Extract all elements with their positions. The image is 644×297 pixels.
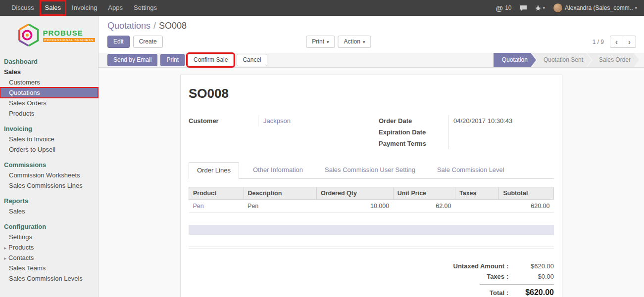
chevron-right-icon: ▸ (4, 255, 6, 261)
logo-title: PROBUSE (43, 29, 95, 37)
tab-sales-commission-user-setting[interactable]: Sales Commission User Setting (317, 162, 423, 179)
at-icon: @ (496, 4, 503, 12)
order-line-row[interactable]: Pen Pen 10.000 62.00 620.00 (189, 200, 554, 213)
cancel-button[interactable]: Cancel (237, 54, 267, 66)
form-sheet: SO008 Customer Jackpson Order Date 04/20… (180, 75, 562, 297)
confirm-sale-button[interactable]: Confirm Sale (188, 54, 234, 66)
avatar (553, 3, 563, 13)
sidebar-menu: Dashboard Sales Customers Quotations Sal… (0, 56, 98, 284)
send-by-email-button[interactable]: Send by Email (107, 54, 157, 66)
col-subtotal: Subtotal (499, 187, 554, 200)
sidebar-item-label: Contacts (8, 254, 34, 261)
cell-subtotal: 620.00 (499, 200, 554, 213)
chevron-down-icon: ▾ (635, 5, 637, 10)
tab-order-lines[interactable]: Order Lines (189, 162, 239, 179)
empty-line-strip (189, 225, 554, 235)
pager: 1 / 9 ‹ › (593, 36, 636, 48)
sidebar-item-sales-commission-levels[interactable]: Sales Commission Levels (0, 273, 98, 284)
cell-description: Pen (244, 200, 316, 213)
breadcrumb-separator: / (153, 21, 156, 31)
action-dropdown-label: Action (344, 38, 360, 45)
sidebar-item-commission-worksheets[interactable]: Commission Worksheets (0, 170, 98, 180)
menu-header-commissions[interactable]: Commissions (0, 160, 98, 170)
breadcrumb-current: SO008 (159, 21, 187, 31)
menu-header-reports[interactable]: Reports (0, 196, 98, 206)
sidebar-item-quotations[interactable]: Quotations (0, 87, 98, 98)
field-group: Customer Jackpson Order Date 04/20/2017 … (189, 115, 554, 149)
sidebar-item-sales-orders[interactable]: Sales Orders (0, 98, 98, 108)
sidebar-item-products[interactable]: Products (0, 108, 98, 119)
print-button[interactable]: Print (160, 54, 185, 66)
app-discuss[interactable]: Discuss (6, 0, 40, 16)
expiration-date-value (448, 127, 554, 138)
pager-prev-button[interactable]: ‹ (610, 36, 623, 48)
customer-value[interactable]: Jackpson (258, 115, 364, 127)
status-quotation-sent[interactable]: Quotation Sent (532, 53, 592, 67)
sidebar-item-sales-commissions-lines[interactable]: Sales Commissions Lines (0, 180, 98, 191)
bug-menu-button[interactable]: ▾ (535, 5, 545, 11)
sidebar-item-sales-report[interactable]: Sales (0, 206, 98, 216)
payment-terms-value (448, 138, 554, 149)
statusbar-toolbar: Send by Email Print Confirm Sale Cancel … (99, 53, 644, 68)
chat-icon (520, 5, 527, 11)
sidebar-item-sales-to-invoice[interactable]: Sales to Invoice (0, 134, 98, 144)
app-settings[interactable]: Settings (128, 0, 162, 16)
create-button[interactable]: Create (133, 36, 163, 48)
app-sales[interactable]: Sales (40, 0, 67, 16)
breadcrumb-quotations[interactable]: Quotations (107, 21, 150, 31)
topbar: Discuss Sales Invoicing Apps Settings @ … (0, 0, 644, 16)
sidebar-item-customers[interactable]: Customers (0, 77, 98, 87)
sidebar: PROBUSE PROFESSIONAL BUSINESS Dashboard … (0, 16, 99, 297)
user-menu[interactable]: Alexandra (Sales_comm.. ▾ (553, 3, 637, 13)
user-name: Alexandra (Sales_comm.. (565, 4, 633, 11)
order-date-label: Order Date (379, 115, 448, 127)
tab-sale-commission-level[interactable]: Sale Commission Level (429, 162, 512, 179)
total-separator (480, 284, 554, 285)
menu-header-dashboard[interactable]: Dashboard (0, 56, 98, 67)
menu-header-configuration[interactable]: Configuration (0, 221, 98, 232)
chevron-down-icon: ▾ (543, 5, 545, 10)
menu-header-sales[interactable]: Sales (0, 67, 98, 77)
sidebar-item-contacts[interactable]: ▸Contacts (0, 253, 98, 263)
app-invoicing[interactable]: Invoicing (66, 0, 102, 16)
payment-terms-label: Payment Terms (379, 138, 448, 149)
col-product: Product (189, 187, 244, 200)
chat-button[interactable] (520, 5, 527, 11)
cell-unit-price: 62.00 (393, 200, 455, 213)
notebook-tabs: Order Lines Other Information Sales Comm… (189, 162, 554, 179)
sidebar-item-orders-to-upsell[interactable]: Orders to Upsell (0, 144, 98, 155)
messages-count: 10 (505, 4, 511, 11)
section-separator (189, 247, 554, 249)
taxes-label: Taxes : (424, 273, 508, 280)
sidebar-item-sales-teams[interactable]: Sales Teams (0, 263, 98, 273)
pager-next-button[interactable]: › (623, 36, 636, 48)
table-header-row: Product Description Ordered Qty Unit Pri… (189, 187, 554, 200)
sidebar-item-label: Products (8, 244, 34, 251)
untaxed-amount-label: Untaxed Amount : (424, 262, 508, 270)
cell-ordered-qty: 10.000 (316, 200, 393, 213)
app-apps[interactable]: Apps (102, 0, 128, 16)
col-description: Description (244, 187, 316, 200)
total-label: Total : (424, 289, 508, 297)
sidebar-item-products-config[interactable]: ▸Products (0, 242, 98, 253)
print-dropdown[interactable]: Print▾ (306, 36, 335, 48)
sidebar-item-settings[interactable]: Settings (0, 232, 98, 242)
chevron-down-icon: ▾ (363, 40, 365, 44)
messages-counter[interactable]: @ 10 (496, 4, 512, 12)
edit-button[interactable]: Edit (107, 36, 130, 48)
total-value: $620.00 (515, 288, 554, 297)
taxes-value: $0.00 (515, 273, 554, 280)
probuse-logo: PROBUSE PROFESSIONAL BUSINESS (0, 16, 98, 51)
systray: @ 10 ▾ Alexandra (Sales_comm.. ▾ (496, 0, 644, 16)
bug-icon (535, 5, 541, 11)
main-panel: Quotations/SO008 Edit Create Print▾ Acti… (99, 16, 644, 297)
screen: Discuss Sales Invoicing Apps Settings @ … (0, 0, 644, 297)
status-quotation[interactable]: Quotation (494, 53, 536, 67)
untaxed-amount-value: $620.00 (515, 262, 554, 270)
col-ordered-qty: Ordered Qty (316, 187, 393, 200)
statusbar: Quotation Quotation Sent Sales Order (494, 53, 639, 67)
status-sales-order[interactable]: Sales Order (587, 53, 639, 67)
menu-header-invoicing[interactable]: Invoicing (0, 124, 98, 134)
action-dropdown[interactable]: Action▾ (338, 36, 371, 48)
tab-other-information[interactable]: Other Information (245, 162, 311, 179)
